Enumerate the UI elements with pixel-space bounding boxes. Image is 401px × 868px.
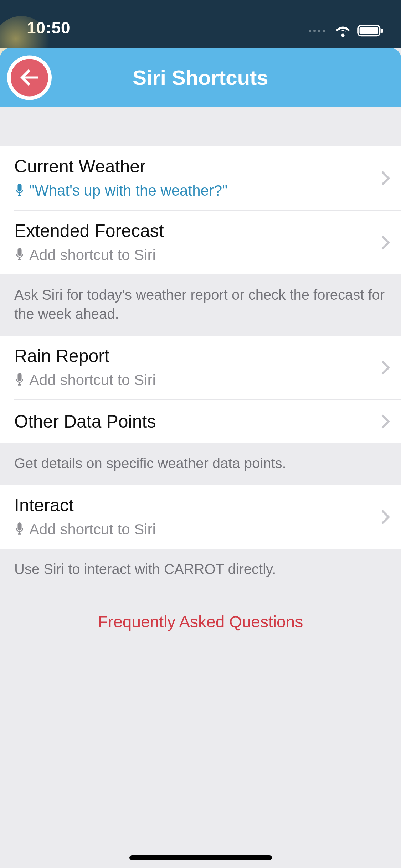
row-subtitle: Add shortcut to Siri (14, 372, 387, 389)
row-subtitle: Add shortcut to Siri (14, 247, 387, 264)
microphone-icon (14, 372, 25, 388)
chevron-right-icon (381, 171, 390, 185)
battery-icon (357, 24, 385, 37)
chevron-right-icon (381, 361, 390, 375)
microphone-icon (14, 522, 25, 537)
svg-rect-1 (360, 27, 378, 34)
shortcut-row-rain-report[interactable]: Rain Report Add shortcut to Siri (0, 336, 401, 399)
shortcut-row-extended-forecast[interactable]: Extended Forecast Add shortcut to Siri (0, 211, 401, 274)
status-bar: 10:50 (0, 0, 401, 48)
faq-row: Frequently Asked Questions (0, 591, 401, 653)
row-subtitle: "What's up with the weather?" (14, 182, 387, 199)
section-footer: Use Siri to interact with CARROT directl… (0, 549, 401, 591)
microphone-icon (14, 183, 25, 198)
arrow-left-icon (17, 65, 42, 91)
row-title: Extended Forecast (14, 221, 387, 241)
row-title: Rain Report (14, 346, 387, 366)
svg-rect-2 (381, 29, 383, 33)
row-title: Other Data Points (14, 412, 387, 432)
section-footer: Ask Siri for today's weather report or c… (0, 274, 401, 336)
back-button[interactable] (7, 55, 52, 100)
status-time: 10:50 (27, 18, 71, 37)
navbar: Siri Shortcuts (0, 48, 401, 107)
chevron-right-icon (381, 510, 390, 524)
home-indicator[interactable] (129, 855, 272, 860)
row-title: Interact (14, 496, 387, 515)
spacer (0, 107, 401, 146)
wifi-icon (334, 24, 352, 37)
shortcut-row-interact[interactable]: Interact Add shortcut to Siri (0, 485, 401, 549)
status-icons (309, 24, 385, 37)
shortcut-row-other-data-points[interactable]: Other Data Points (0, 400, 401, 443)
page-title: Siri Shortcuts (0, 66, 401, 89)
microphone-icon (14, 247, 25, 263)
row-subtitle: Add shortcut to Siri (14, 521, 387, 538)
section-footer: Get details on specific weather data poi… (0, 443, 401, 485)
chevron-right-icon (381, 414, 390, 429)
shortcut-row-current-weather[interactable]: Current Weather "What's up with the weat… (0, 146, 401, 210)
chevron-right-icon (381, 236, 390, 250)
signal-dots-icon (309, 30, 325, 32)
faq-link[interactable]: Frequently Asked Questions (98, 613, 303, 631)
row-title: Current Weather (14, 157, 387, 176)
